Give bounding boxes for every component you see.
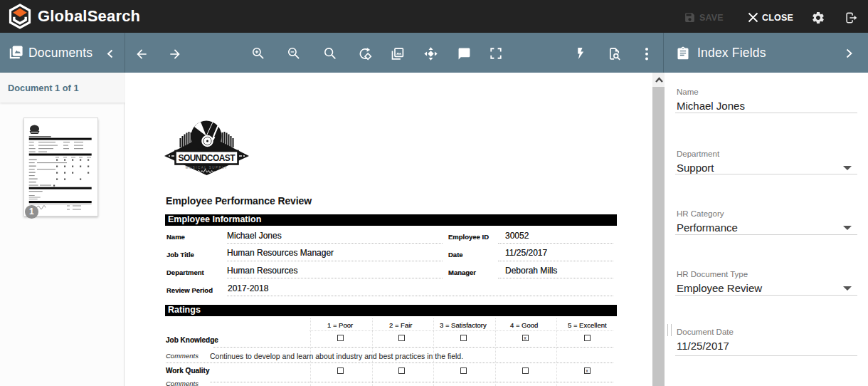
svg-text:SOUNDCOAST: SOUNDCOAST <box>179 153 236 163</box>
svg-text:MUSICAL SUPPLY: MUSICAL SUPPLY <box>186 166 228 169</box>
